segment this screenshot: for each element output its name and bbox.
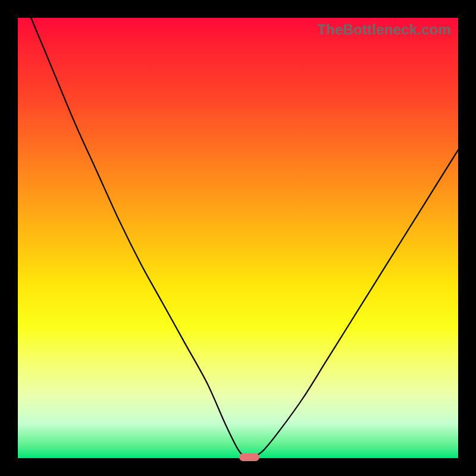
optimum-marker <box>239 453 259 461</box>
bottleneck-curve <box>31 18 458 459</box>
plot-area: TheBottleneck.com <box>18 18 458 458</box>
curve-layer <box>18 18 458 458</box>
chart-frame: TheBottleneck.com <box>0 0 476 476</box>
